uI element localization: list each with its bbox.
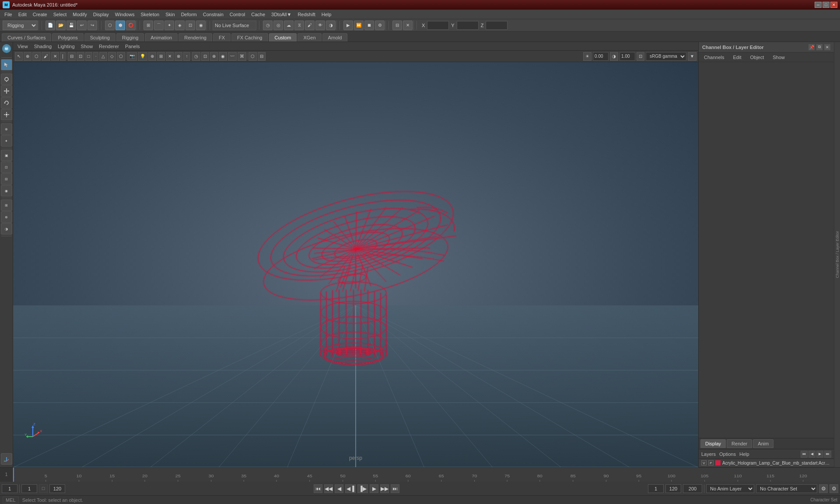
tab-arnold[interactable]: Arnold — [322, 33, 348, 42]
frame-checkbox[interactable]: ☐ — [39, 484, 48, 493]
channel-tab-object[interactable]: Object — [746, 54, 767, 61]
snap-proj-btn[interactable]: ⊡ — [186, 21, 195, 30]
template-btn[interactable]: ⊟ — [1, 173, 12, 185]
view-btn[interactable]: ◑ — [1, 223, 12, 234]
isolate-select-btn[interactable]: ◑ — [326, 21, 336, 30]
vp-poly-btn[interactable]: ⬡ — [32, 52, 41, 61]
channel-box-vertical-label[interactable]: Channel Box / Layer Editor — [835, 231, 840, 278]
play-forward-btn[interactable]: ▐▶ — [357, 484, 368, 493]
workspace-dropdown[interactable]: Rigging — [3, 21, 38, 30]
menu-skeleton[interactable]: Skeleton — [138, 11, 162, 18]
open-file-btn[interactable]: 📂 — [56, 21, 66, 30]
channel-tab-channels[interactable]: Channels — [700, 54, 728, 61]
tab-curves-surfaces[interactable]: Curves / Surfaces — [2, 33, 51, 42]
show-layer-btn[interactable]: ▣ — [1, 150, 12, 161]
snap-point-btn[interactable]: ✦ — [164, 21, 174, 30]
viewport-menu-view[interactable]: View — [15, 43, 31, 49]
vp-motion-trail-btn[interactable]: 〰 — [228, 52, 237, 61]
layers-tab-help[interactable]: Help — [739, 452, 749, 457]
layer-nav-start[interactable]: ⏮ — [801, 451, 808, 458]
vp-aa-btn[interactable]: ⊕ — [148, 52, 156, 61]
snap-view-btn[interactable]: ◉ — [196, 21, 206, 30]
vp-gamma-lock-btn[interactable]: ◑ — [610, 52, 618, 61]
y-input[interactable] — [457, 21, 479, 30]
layer-color-swatch[interactable] — [715, 460, 721, 466]
vp-clamp-btn[interactable]: ⊡ — [637, 52, 644, 61]
tab-rendering[interactable]: Rendering — [178, 33, 212, 42]
tab-fx[interactable]: FX — [213, 33, 231, 42]
vp-light-btn[interactable]: 💡 — [138, 52, 147, 61]
vp-tris-btn[interactable]: △ — [99, 52, 107, 61]
menu-select[interactable]: Select — [51, 11, 70, 18]
vp-wireframe-btn[interactable]: ⊟ — [68, 52, 76, 61]
skip-start-btn[interactable]: ⏮ — [314, 484, 322, 493]
dra-tab-anim[interactable]: Anim — [753, 439, 774, 448]
render-current-btn[interactable]: ▶ — [343, 21, 353, 30]
timeline-ruler[interactable]: 1 5 10 15 20 25 30 35 40 45 50 55 60 65 … — [13, 468, 840, 482]
new-file-btn[interactable]: 📄 — [46, 21, 55, 30]
vp-smooth-btn[interactable]: ⊡ — [77, 52, 84, 61]
vp-grid-btn[interactable]: ⊞ — [157, 52, 165, 61]
hide-layer-btn[interactable]: ⊡ — [1, 161, 12, 173]
vp-bounding-btn[interactable]: □ — [85, 52, 92, 61]
vp-normals-btn[interactable]: ↑ — [183, 52, 190, 61]
menu-deform[interactable]: Deform — [178, 11, 200, 18]
stop-render-btn[interactable]: ⏹ — [364, 21, 374, 30]
channel-close-icon[interactable]: ✕ — [824, 44, 830, 50]
viewport-menu-panels[interactable]: Panels — [122, 43, 143, 49]
vp-uvs-btn[interactable]: ⊟ — [258, 52, 266, 61]
maximize-button[interactable]: □ — [822, 2, 830, 8]
vp-gamma-input[interactable] — [620, 52, 635, 61]
uv-editor-btn[interactable]: ⊟ — [392, 21, 402, 30]
range-start-input[interactable] — [648, 484, 664, 493]
range-end-input[interactable] — [665, 484, 681, 493]
layers-tab-layers[interactable]: Layers — [701, 452, 716, 457]
x-input[interactable] — [427, 21, 449, 30]
channel-tab-edit[interactable]: Edit — [729, 54, 745, 61]
menu-modify[interactable]: Modify — [70, 11, 89, 18]
paint-effects-btn[interactable]: ✦ — [1, 135, 12, 147]
viewport-3d[interactable]: Y Z X persp — [13, 62, 698, 467]
mel-label[interactable]: MEL — [3, 497, 19, 504]
axis-tool-btn[interactable] — [1, 453, 12, 465]
viewport-menu-show[interactable]: Show — [78, 43, 96, 49]
menu-edit[interactable]: Edit — [16, 11, 29, 18]
symmetry-btn[interactable]: ⧖ — [294, 21, 304, 30]
vp-gamma-select[interactable]: sRGB gamma — [646, 52, 686, 61]
tab-xgen[interactable]: XGen — [298, 33, 321, 42]
layer-vp-v-indicator[interactable]: V — [701, 460, 707, 466]
vp-uvset-btn[interactable]: ⬡ — [248, 52, 257, 61]
menu-help[interactable]: Help — [319, 11, 334, 18]
snap-grid-btn[interactable]: ⊞ — [144, 21, 153, 30]
tab-polygons[interactable]: Polygons — [52, 33, 83, 42]
close-button[interactable]: ✕ — [830, 2, 837, 8]
anim-layer-dropdown[interactable]: No Anim Layer — [706, 484, 754, 493]
vp-move-mode-btn[interactable]: ⊕ — [24, 52, 32, 61]
playback-settings-btn[interactable]: ⚙ — [819, 484, 828, 493]
vp-icon6-btn[interactable]: | — [60, 52, 66, 61]
lasso-tool-btn[interactable] — [1, 74, 12, 85]
paint-btn[interactable]: 🖌 — [305, 21, 315, 30]
tab-custom[interactable]: Custom — [269, 33, 297, 42]
vp-select3d-btn[interactable]: ⊕ — [210, 52, 218, 61]
menu-windows[interactable]: Windows — [112, 11, 137, 18]
menu-control[interactable]: Control — [227, 11, 248, 18]
playback-end-input[interactable] — [49, 484, 65, 493]
snap-surface-btn[interactable]: ◈ — [175, 21, 185, 30]
layer-nav-end[interactable]: ⏭ — [824, 451, 831, 458]
next-frame-btn[interactable]: ▶ — [370, 484, 378, 493]
make-live-btn[interactable]: ◎ — [273, 21, 283, 30]
menu-constrain[interactable]: Constrain — [200, 11, 226, 18]
playback-range-start[interactable] — [21, 484, 37, 493]
vp-hud-btn[interactable]: ✕ — [166, 52, 174, 61]
lasso-select-btn[interactable]: ⭕ — [126, 21, 136, 30]
viewport-menu-renderer[interactable]: Renderer — [96, 43, 122, 49]
channel-pin-icon[interactable]: 📌 — [808, 44, 815, 50]
menu-skin[interactable]: Skin — [163, 11, 177, 18]
total-end-input[interactable] — [683, 484, 702, 493]
menu-3dto-all[interactable]: 3DtoAll▼ — [269, 11, 294, 18]
menu-cache[interactable]: Cache — [248, 11, 268, 18]
vp-quads-btn[interactable]: ◇ — [108, 52, 116, 61]
minimize-button[interactable]: ─ — [815, 2, 822, 8]
layer-nav-next[interactable]: ▶ — [816, 451, 823, 458]
